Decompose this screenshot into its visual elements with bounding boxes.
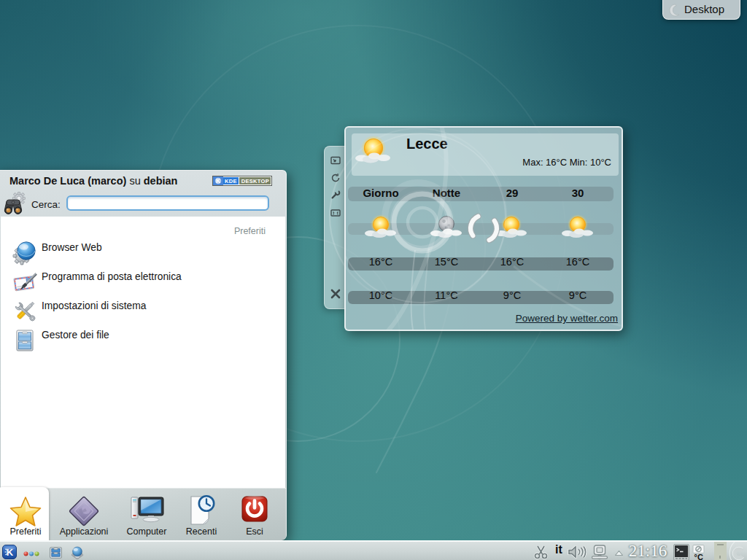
svg-text:K: K [7,547,14,558]
svg-text:K: K [216,177,221,184]
svg-text:°C: °C [694,553,703,560]
